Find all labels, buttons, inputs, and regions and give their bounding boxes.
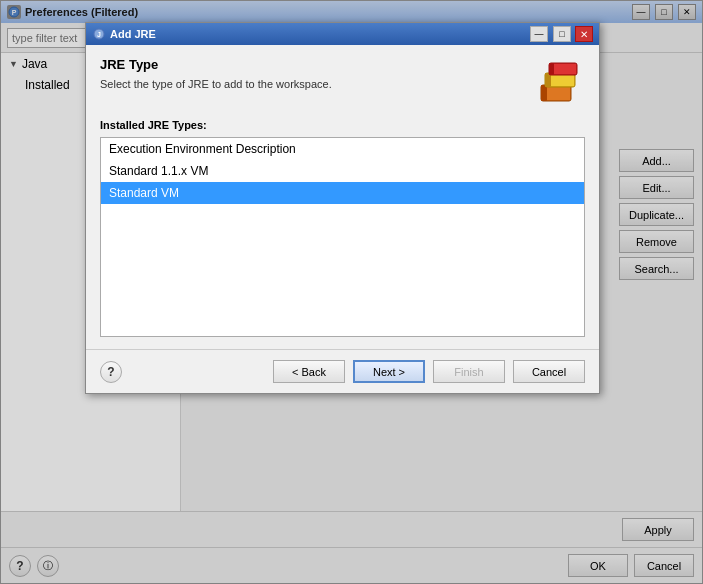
dialog-minimize-btn[interactable]: — <box>530 26 548 42</box>
dialog-body: JRE Type Select the type of JRE to add t… <box>86 45 599 349</box>
dialog-titlebar: J Add JRE — □ ✕ <box>86 23 599 45</box>
dialog-header: JRE Type Select the type of JRE to add t… <box>100 57 585 105</box>
svg-rect-11 <box>549 63 554 75</box>
add-jre-dialog: J Add JRE — □ ✕ JRE Type Select the type… <box>85 22 600 394</box>
finish-button[interactable]: Finish <box>433 360 505 383</box>
dialog-section-title: JRE Type <box>100 57 525 72</box>
back-button[interactable]: < Back <box>273 360 345 383</box>
dialog-section-subtitle: Select the type of JRE to add to the wor… <box>100 78 525 90</box>
books-icon <box>537 57 585 105</box>
dialog-maximize-btn[interactable]: □ <box>553 26 571 42</box>
list-item-1[interactable]: Standard 1.1.x VM <box>101 160 584 182</box>
dialog-close-btn[interactable]: ✕ <box>575 26 593 42</box>
cancel-button-dialog[interactable]: Cancel <box>513 360 585 383</box>
list-item-2[interactable]: Standard VM <box>101 182 584 204</box>
svg-rect-12 <box>554 64 576 74</box>
dialog-header-text: JRE Type Select the type of JRE to add t… <box>100 57 525 90</box>
installed-jre-types-label: Installed JRE Types: <box>100 119 585 131</box>
next-button[interactable]: Next > <box>353 360 425 383</box>
jre-types-list[interactable]: Execution Environment Description Standa… <box>100 137 585 337</box>
svg-text:J: J <box>97 31 101 38</box>
dialog-title: Add JRE <box>110 28 525 40</box>
dialog-help-btn[interactable]: ? <box>100 361 122 383</box>
svg-rect-9 <box>551 74 574 86</box>
dialog-footer: ? < Back Next > Finish Cancel <box>86 349 599 393</box>
list-item-0[interactable]: Execution Environment Description <box>101 138 584 160</box>
dialog-titlebar-icon: J <box>92 27 106 41</box>
svg-rect-6 <box>547 86 570 100</box>
